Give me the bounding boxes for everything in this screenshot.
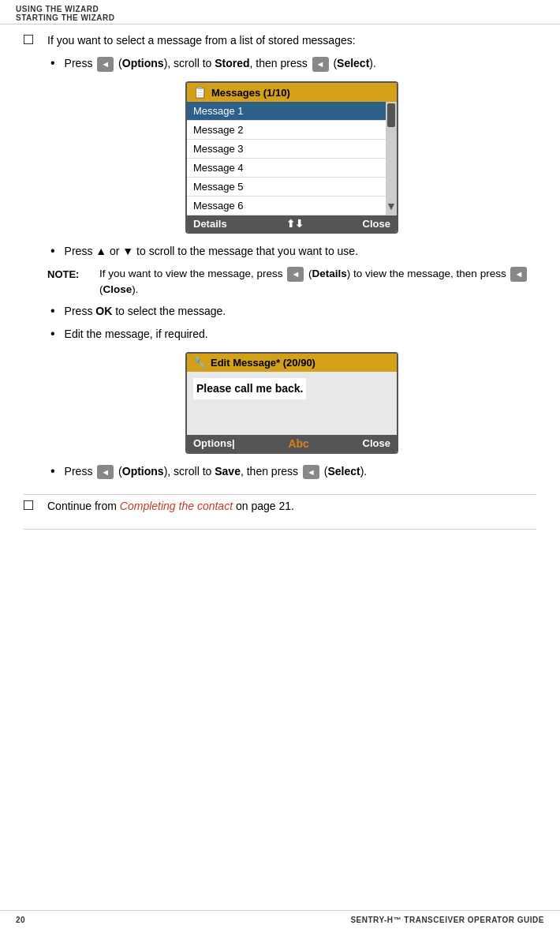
stored-label: Stored (215, 57, 249, 69)
checkbox-col (24, 32, 47, 486)
page-header: Using the wizard Starting the wizard (0, 0, 560, 24)
header-line2: Starting the wizard (16, 13, 544, 22)
messages-title: Messages (1/10) (211, 87, 290, 99)
messages-screen: 📋 Messages (1/10) Message 1 Message 2 Me… (185, 81, 398, 234)
edit-message-screen: 🔧 Edit Message* (20/90) Please call me b… (185, 352, 398, 454)
bullet-1-text: Press ◄ (Options), scroll to Stored, the… (65, 55, 376, 72)
bullet-item-1: Press ◄ (Options), scroll to Stored, the… (47, 55, 536, 72)
edit-footer-close[interactable]: Close (363, 437, 390, 449)
list-item[interactable]: Message 3 (187, 140, 386, 159)
section-stored-messages: If you want to select a message from a l… (24, 32, 536, 486)
checkbox-icon (24, 35, 33, 44)
close-label-note: Close (103, 283, 133, 295)
header-line1: Using the wizard (16, 5, 544, 13)
options-label-1: Options (122, 57, 164, 69)
continue-plain: Continue from (47, 500, 120, 512)
options-btn-1[interactable]: ◄ (97, 57, 114, 72)
select-label-1: Select (337, 57, 369, 69)
edit-title-bar: 🔧 Edit Message* (20/90) (187, 354, 397, 372)
messages-title-bar: 📋 Messages (1/10) (187, 83, 397, 102)
bullet-list-2: Press ▲ or ▼ to scroll to the message th… (47, 243, 536, 260)
list-item[interactable]: Message 6 (187, 197, 386, 215)
divider-2 (24, 529, 536, 530)
bullet-list-1: Press ◄ (Options), scroll to Stored, the… (47, 55, 536, 72)
bullet-list-4: Press ◄ (Options), scroll to Save, then … (47, 463, 536, 480)
note-text: If you want to view the message, press ◄… (99, 266, 536, 298)
close-btn-note[interactable]: ◄ (510, 267, 527, 282)
ok-label: OK (95, 305, 112, 317)
continue-link[interactable]: Completing the contact (120, 500, 233, 512)
section-continue: Continue from Completing the contact on … (24, 498, 536, 521)
edit-footer-abc: Abc (288, 437, 308, 450)
intro-text: If you want to select a message from a l… (47, 32, 536, 49)
messages-icon: 📋 (193, 86, 207, 99)
list-item[interactable]: Message 4 (187, 159, 386, 178)
select-label-2: Select (327, 465, 360, 478)
checkbox-icon-2 (24, 500, 33, 510)
list-item[interactable]: Message 1 (187, 102, 386, 121)
options-label-2: Options (122, 465, 164, 478)
note-block: NOTE: If you want to view the message, p… (47, 266, 536, 298)
bullet-5-text: Press ◄ (Options), scroll to Save, then … (65, 463, 368, 480)
bullet-2-text: Press ▲ or ▼ to scroll to the message th… (65, 243, 358, 260)
footer-details[interactable]: Details (193, 218, 227, 230)
note-label: NOTE: (47, 266, 87, 298)
bullet-item-4: Edit the message, if required. (47, 326, 536, 343)
bullet-item-2: Press ▲ or ▼ to scroll to the message th… (47, 243, 536, 260)
bullet-4-text: Edit the message, if required. (65, 326, 208, 343)
scrollbar[interactable]: ▼ (386, 102, 397, 215)
edit-content-area: Please call me back. (187, 372, 397, 435)
main-col-1: If you want to select a message from a l… (47, 32, 536, 486)
main-col-2: Continue from Completing the contact on … (47, 498, 536, 521)
main-content: If you want to select a message from a l… (0, 24, 560, 541)
save-label: Save (215, 465, 241, 478)
scrollbar-thumb (387, 103, 395, 127)
bullet-item-3: Press OK to select the message. (47, 303, 536, 320)
messages-list: Message 1 Message 2 Message 3 Message 4 … (187, 102, 386, 215)
continue-rest: on page 21. (233, 500, 294, 512)
scroll-down-arrow[interactable]: ▼ (386, 200, 397, 215)
continue-text: Continue from Completing the contact on … (47, 498, 536, 515)
options-btn-2[interactable]: ◄ (97, 465, 114, 480)
list-item[interactable]: Message 2 (187, 121, 386, 140)
edit-footer: Options| Abc Close (187, 435, 397, 452)
messages-footer: Details ⬆⬇ Close (187, 215, 397, 232)
edit-title: Edit Message* (20/90) (211, 357, 315, 369)
footer-arrows: ⬆⬇ (286, 218, 304, 230)
select-btn-1[interactable]: ◄ (312, 57, 329, 72)
page-number: 20 (16, 916, 25, 924)
edit-footer-options[interactable]: Options| (193, 437, 235, 449)
edit-icon: 🔧 (193, 357, 206, 369)
checkbox-col-2 (24, 498, 47, 521)
messages-list-container: Message 1 Message 2 Message 3 Message 4 … (187, 102, 397, 215)
edit-message-text[interactable]: Please call me back. (193, 378, 306, 400)
product-name: Sentry-H™ Transceiver Operator Guide (350, 916, 544, 924)
bullet-list-3: Press OK to select the message. Edit the… (47, 303, 536, 343)
details-label: Details (312, 268, 347, 279)
select-btn-2[interactable]: ◄ (303, 465, 319, 480)
details-btn[interactable]: ◄ (287, 267, 304, 282)
page-footer: 20 Sentry-H™ Transceiver Operator Guide (0, 910, 560, 929)
footer-close[interactable]: Close (363, 218, 390, 230)
divider-1 (24, 494, 536, 495)
list-item[interactable]: Message 5 (187, 178, 386, 197)
bullet-item-5: Press ◄ (Options), scroll to Save, then … (47, 463, 536, 480)
bullet-3-text: Press OK to select the message. (65, 303, 226, 320)
